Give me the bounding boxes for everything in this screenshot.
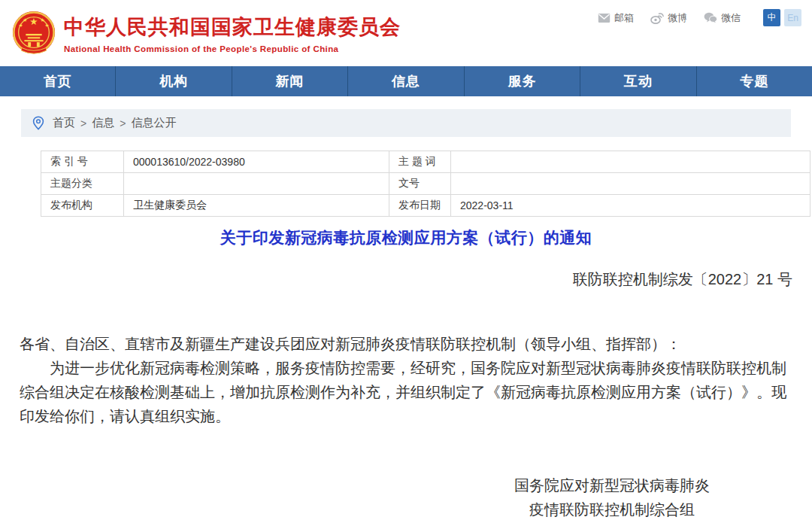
signature-line-1: 国务院应对新型冠状病毒肺炎 (432, 473, 792, 497)
meta-label-index-number: 索 引 号 (41, 151, 124, 173)
nav-item-services[interactable]: 服务 (464, 66, 580, 96)
mail-icon (598, 13, 611, 23)
meta-value-doc-symbol (451, 173, 810, 195)
meta-value-publish-date: 2022-03-11 (451, 195, 810, 217)
weibo-link[interactable]: 微博 (650, 11, 687, 25)
weibo-link-label: 微博 (668, 11, 687, 25)
language-switch: 中 En (763, 9, 801, 26)
document-content: 索 引 号 000013610/2022-03980 主 题 词 主题分类 文号… (0, 151, 812, 520)
svg-text:★: ★ (29, 16, 38, 27)
signature-line-2: 疫情联防联控机制综合组 (432, 497, 792, 520)
national-emblem-icon: ★ ★ ★ ★ ★ (11, 10, 57, 56)
breadcrumb-separator: > (120, 117, 126, 129)
breadcrumb-separator: > (80, 117, 86, 129)
document-title: 关于印发新冠病毒抗原检测应用方案（试行）的通知 (20, 227, 792, 248)
meta-value-subject-words (451, 151, 810, 173)
salutation-paragraph: 各省、自治区、直辖市及新疆生产建设兵团应对新冠肺炎疫情联防联控机制（领导小组、指… (20, 332, 792, 356)
breadcrumb-home[interactable]: 首页 (53, 116, 75, 130)
document-number: 联防联控机制综发〔2022〕21 号 (20, 269, 792, 290)
nav-item-interaction[interactable]: 互动 (580, 66, 695, 96)
page: ★ ★ ★ ★ ★ 中华人民共和国国家卫生健康委员会 National Heal… (0, 0, 812, 520)
body-paragraph: 为进一步优化新冠病毒检测策略，服务疫情防控需要，经研究，国务院应对新型冠状病毒肺… (20, 356, 792, 428)
meta-value-index-number: 000013610/2022-03980 (124, 151, 389, 173)
meta-value-subject-category (124, 173, 389, 195)
document-meta-table: 索 引 号 000013610/2022-03980 主 题 词 主题分类 文号… (41, 151, 810, 217)
svg-text:★: ★ (44, 23, 49, 29)
nav-item-home[interactable]: 首页 (0, 66, 115, 96)
breadcrumb-info[interactable]: 信息 (92, 116, 114, 130)
mail-link-label: 邮箱 (614, 11, 634, 25)
meta-label-publish-date: 发布日期 (389, 195, 451, 217)
meta-label-doc-symbol: 文号 (389, 173, 451, 195)
brand-text: 中华人民共和国国家卫生健康委员会 National Health Commiss… (64, 14, 401, 53)
site-subtitle: National Health Commission of the People… (64, 44, 401, 53)
wechat-icon (704, 12, 717, 23)
wechat-link-label: 微信 (721, 11, 741, 25)
breadcrumb: 首页 > 信息 > 信息公开 (21, 109, 791, 137)
main-nav: 首页 机构 新闻 信息 服务 互动 专题 (0, 66, 812, 96)
meta-label-subject-category: 主题分类 (41, 173, 124, 195)
nav-item-orgs[interactable]: 机构 (115, 66, 231, 96)
header-quick-links: 邮箱 微博 微信 中 (581, 9, 801, 26)
site-brand-link[interactable]: ★ ★ ★ ★ ★ 中华人民共和国国家卫生健康委员会 National Heal… (11, 10, 401, 56)
lang-en-button[interactable]: En (784, 9, 801, 26)
meta-value-publisher: 卫生健康委员会 (124, 195, 389, 217)
site-header: ★ ★ ★ ★ ★ 中华人民共和国国家卫生健康委员会 National Heal… (0, 0, 812, 66)
lang-zh-button[interactable]: 中 (763, 9, 780, 26)
breadcrumb-info-disclosure[interactable]: 信息公开 (131, 116, 176, 130)
svg-text:★: ★ (23, 17, 27, 23)
meta-label-publisher: 发布机构 (41, 195, 124, 217)
svg-text:★: ★ (19, 23, 23, 29)
meta-label-subject-words: 主 题 词 (389, 151, 451, 173)
meta-row-index: 索 引 号 000013610/2022-03980 主 题 词 (41, 151, 810, 173)
nav-item-info[interactable]: 信息 (347, 66, 463, 96)
site-title: 中华人民共和国国家卫生健康委员会 (64, 14, 401, 41)
nav-item-news[interactable]: 新闻 (232, 66, 347, 96)
weibo-icon (650, 12, 664, 24)
signature-block: 国务院应对新型冠状病毒肺炎 疫情联防联控机制综合组 (432, 473, 792, 520)
nav-item-topics[interactable]: 专题 (696, 66, 812, 96)
meta-row-publisher: 发布机构 卫生健康委员会 发布日期 2022-03-11 (41, 195, 810, 217)
mail-link[interactable]: 邮箱 (598, 11, 634, 25)
location-pin-icon (32, 116, 45, 130)
meta-row-category: 主题分类 文号 (41, 173, 810, 195)
wechat-link[interactable]: 微信 (704, 11, 741, 25)
